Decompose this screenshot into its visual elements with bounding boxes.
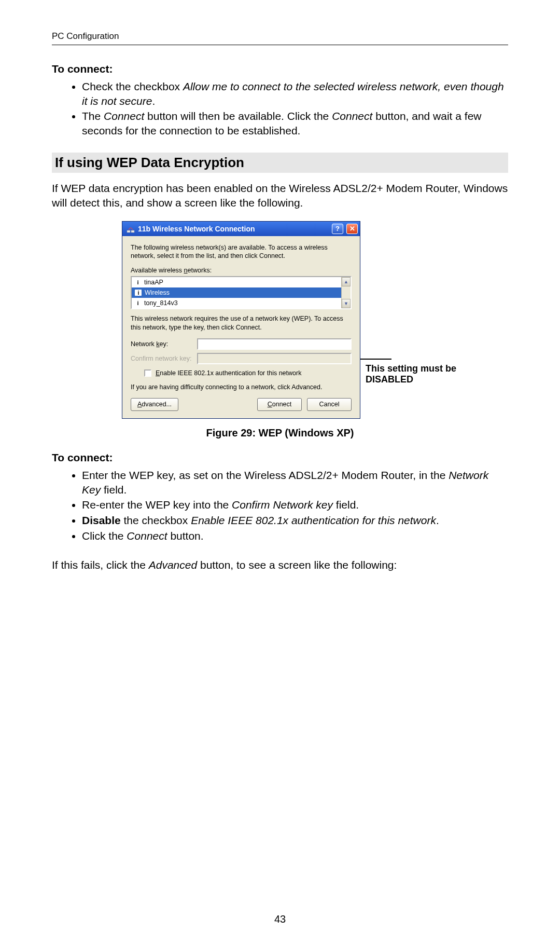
text: Network <box>131 340 156 348</box>
dialog-button-row: Advanced... Connect Cancel <box>131 398 352 411</box>
text-bold: Disable <box>82 514 121 526</box>
list-item: Disable the checkbox Enable IEEE 802.1x … <box>82 513 508 528</box>
btn-label: onnect <box>272 401 292 408</box>
network-item-tinaap[interactable]: i tinaAP <box>132 277 341 287</box>
xp-dialog: 11b Wireless Network Connection ? ✕ The … <box>122 221 360 419</box>
dialog-title: 11b Wireless Network Connection <box>138 225 329 233</box>
to-connect-heading-2: To connect: <box>52 451 508 464</box>
text-italic: Advanced <box>149 559 197 571</box>
text: field. <box>333 499 359 511</box>
text: . <box>152 95 155 107</box>
list-item: The Connect button will then be availabl… <box>82 109 508 138</box>
spacer <box>184 398 252 411</box>
text: If this fails, click the <box>52 559 149 571</box>
hotkey: n <box>184 267 188 274</box>
hotkey: C <box>268 401 272 408</box>
figure-row: 11b Wireless Network Connection ? ✕ The … <box>52 221 508 419</box>
figure-29: 11b Wireless Network Connection ? ✕ The … <box>52 221 508 439</box>
to-connect-heading-1: To connect: <box>52 63 508 75</box>
text: The <box>82 110 104 122</box>
ieee-checkbox[interactable] <box>144 369 151 377</box>
text: nable IEEE 802.1x authentication for thi… <box>160 369 301 377</box>
listbox-scrollbar[interactable]: ▲ ▼ <box>341 277 351 308</box>
scroll-track[interactable] <box>342 286 351 299</box>
section-heading-wep: If using WEP Data Encryption <box>52 153 508 173</box>
close-button[interactable]: ✕ <box>346 224 358 234</box>
confirm-key-row: Confirm network key: <box>131 353 352 364</box>
annotation-text: This setting must be DISABLED <box>366 363 480 385</box>
network-label: tinaAP <box>144 279 163 286</box>
text: button, to see a screen like the followi… <box>197 559 397 571</box>
network-icon: i <box>135 290 142 296</box>
network-label: Wireless <box>145 289 170 296</box>
text: button will then be available. Click the <box>144 110 332 122</box>
confirm-key-input <box>197 353 352 364</box>
network-key-input[interactable] <box>197 338 352 350</box>
network-item-wireless[interactable]: i Wireless <box>132 287 341 298</box>
wep-intro-paragraph: If WEP data encryption has been enabled … <box>52 181 508 211</box>
page-number: 43 <box>0 913 560 925</box>
text: Enter the WEP key, as set on the Wireles… <box>82 469 449 481</box>
text: Check the checkbox <box>82 80 183 92</box>
ieee-checkbox-label: Enable IEEE 802.1x authentication for th… <box>156 369 301 377</box>
network-key-row: Network key: <box>131 338 352 350</box>
network-label: tony_814v3 <box>144 299 178 307</box>
page: PC Configuration To connect: Check the c… <box>0 0 560 946</box>
help-button[interactable]: ? <box>332 224 343 234</box>
bullet-list-2: Enter the WEP key, as set on the Wireles… <box>52 468 508 543</box>
figure-caption: Figure 29: WEP (Windows XP) <box>206 427 354 439</box>
text: Click the <box>82 530 127 542</box>
dialog-intro-text: The following wireless network(s) are av… <box>131 243 352 261</box>
text-italic: Connect <box>332 110 372 122</box>
network-key-label: Network key: <box>131 340 192 348</box>
bullet-list-1: Check the checkbox Allow me to connect t… <box>52 79 508 138</box>
text: field. <box>101 484 127 496</box>
text: . <box>436 514 439 526</box>
list-item: Re-enter the WEP key into the Confirm Ne… <box>82 498 508 512</box>
trouble-text: If you are having difficulty connecting … <box>131 383 352 392</box>
connect-button[interactable]: Connect <box>257 398 302 411</box>
networks-listbox[interactable]: i tinaAP i Wireless i tony_814v3 <box>131 276 352 309</box>
text-italic: Confirm Network key <box>232 499 333 511</box>
btn-label: dvanced... <box>142 401 172 408</box>
networks-items: i tinaAP i Wireless i tony_814v3 <box>132 277 341 308</box>
advanced-button[interactable]: Advanced... <box>131 398 178 411</box>
dialog-body: The following wireless network(s) are av… <box>122 236 360 418</box>
network-icon: i <box>135 300 141 306</box>
list-item: Click the Connect button. <box>82 529 508 543</box>
page-header: PC Configuration <box>52 31 508 45</box>
wireless-icon <box>127 225 135 233</box>
scroll-down-icon[interactable]: ▼ <box>342 299 351 308</box>
text: Re-enter the WEP key into the <box>82 499 232 511</box>
text-italic: Connect <box>104 110 144 122</box>
hotkey: A <box>137 401 142 408</box>
svg-rect-1 <box>131 230 134 232</box>
network-icon: i <box>135 279 141 285</box>
annotation: This setting must be DISABLED <box>360 354 480 385</box>
network-item-tony[interactable]: i tony_814v3 <box>132 298 341 308</box>
tail-paragraph: If this fails, click the Advanced button… <box>52 558 508 572</box>
text-italic: Enable IEEE 802.1x authentication for th… <box>191 514 436 526</box>
text: etworks: <box>188 267 212 274</box>
scroll-up-icon[interactable]: ▲ <box>342 277 351 286</box>
annotation-line-icon <box>360 359 391 360</box>
text: ey: <box>160 340 169 348</box>
titlebar[interactable]: 11b Wireless Network Connection ? ✕ <box>122 222 360 236</box>
text: Available wireless <box>131 267 184 274</box>
available-networks-label: Available wireless networks: <box>131 267 352 274</box>
list-item: Check the checkbox Allow me to connect t… <box>82 79 508 108</box>
svg-rect-0 <box>127 230 130 232</box>
text: the checkbox <box>121 514 191 526</box>
wep-requirement-text: This wireless network requires the use o… <box>131 314 352 332</box>
confirm-key-label: Confirm network key: <box>131 355 192 362</box>
text-italic: Connect <box>127 530 167 542</box>
ieee-checkbox-row: Enable IEEE 802.1x authentication for th… <box>131 367 352 379</box>
list-item: Enter the WEP key, as set on the Wireles… <box>82 468 508 497</box>
cancel-button[interactable]: Cancel <box>307 398 352 411</box>
text: button. <box>167 530 204 542</box>
